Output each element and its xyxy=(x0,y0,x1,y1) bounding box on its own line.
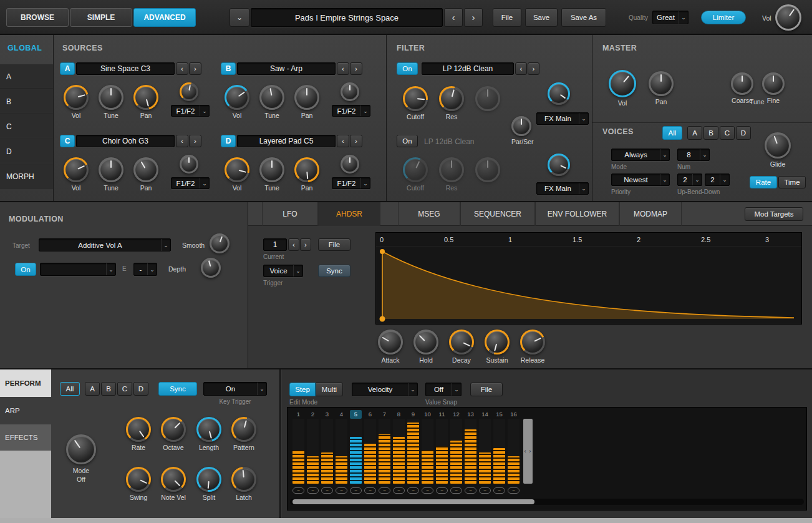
step-column-6[interactable]: 6 xyxy=(364,410,376,484)
step-column-16[interactable]: 16 xyxy=(508,410,520,484)
master-pan-knob[interactable]: Pan xyxy=(649,71,674,105)
tie-toggle[interactable]: ~ xyxy=(379,487,390,494)
step-bar-track[interactable] xyxy=(393,419,405,484)
source-d-vol-knob[interactable]: Vol xyxy=(225,157,249,192)
step-bar-track[interactable] xyxy=(307,419,319,484)
seq-param-select[interactable]: Velocity⌄ xyxy=(352,383,418,396)
arp-pattern-knob[interactable]: Pattern xyxy=(231,417,256,451)
save-button[interactable]: Save xyxy=(525,8,558,27)
step-column-4[interactable]: 4 xyxy=(336,410,347,484)
advanced-button[interactable]: ADVANCED xyxy=(133,8,196,27)
tie-toggle[interactable]: ~ xyxy=(292,487,304,494)
source-d-tune-knob[interactable]: Tune xyxy=(259,157,284,192)
depth-knob[interactable] xyxy=(201,258,221,278)
filter1-next-button[interactable]: › xyxy=(528,62,539,75)
filter2-res-knob[interactable]: Res xyxy=(439,157,464,192)
step-bar-track[interactable] xyxy=(479,419,491,484)
filter2-cutoff-knob[interactable]: Cutoff xyxy=(403,157,428,192)
step-column-8[interactable]: 8 xyxy=(393,410,405,484)
step-column-13[interactable]: 13 xyxy=(465,410,476,484)
step-bar-track[interactable] xyxy=(379,419,390,484)
step-column-2[interactable]: 2 xyxy=(307,410,319,484)
envelope-display[interactable]: 00.511.522.53 xyxy=(375,232,802,325)
preset-next-button[interactable]: › xyxy=(464,8,483,27)
source-c-prev-button[interactable]: ‹ xyxy=(176,135,188,147)
voices-group-b-button[interactable]: B xyxy=(703,126,718,140)
source-a-vol-knob[interactable]: Vol xyxy=(64,85,89,119)
tie-toggle[interactable]: ~ xyxy=(393,487,405,494)
arp-split-knob[interactable]: Split xyxy=(196,467,221,501)
source-c-filter-mix-knob[interactable] xyxy=(180,155,198,174)
source-b-name-field[interactable]: Saw - Arp xyxy=(237,62,336,75)
tie-toggle[interactable]: ~ xyxy=(422,487,433,494)
edit-mode-multi-button[interactable]: Multi xyxy=(316,383,343,396)
key-trigger-select[interactable]: On⌄ xyxy=(203,382,267,396)
filter2-route-select[interactable]: FX Main⌄ xyxy=(536,182,589,195)
source-a-prev-button[interactable]: ‹ xyxy=(176,62,188,75)
tab-lfo[interactable]: LFO xyxy=(262,202,318,226)
step-column-9[interactable]: 9 xyxy=(407,410,419,484)
step-column-15[interactable]: 15 xyxy=(493,410,505,484)
preset-prev-button[interactable]: ‹ xyxy=(444,8,463,27)
arp-all-button[interactable]: All xyxy=(60,382,80,396)
mod-curve-select[interactable]: -⌄ xyxy=(133,263,157,276)
filter2-type-label[interactable]: LP 12dB Clean xyxy=(424,137,475,146)
tie-toggle[interactable]: ~ xyxy=(479,487,491,494)
step-bar[interactable] xyxy=(336,456,347,484)
source-b-tune-knob[interactable]: Tune xyxy=(259,85,284,119)
arp-latch-knob[interactable]: Latch xyxy=(231,467,256,501)
quality-select[interactable]: Great⌄ xyxy=(652,11,689,24)
source-b-routing-select[interactable]: F1/F2⌄ xyxy=(332,105,370,117)
mod-target-select[interactable]: Additive Vol A⌄ xyxy=(39,238,171,252)
step-bar[interactable] xyxy=(364,444,376,484)
tie-toggle[interactable]: ~ xyxy=(336,487,347,494)
envelope-number-field[interactable]: 1 xyxy=(263,238,287,251)
arp-octave-knob[interactable]: Octave xyxy=(161,417,186,451)
source-a-next-button[interactable]: › xyxy=(189,62,201,75)
source-b-badge[interactable]: B xyxy=(221,62,236,75)
smooth-knob[interactable] xyxy=(210,233,230,253)
step-column-10[interactable]: 10 xyxy=(422,410,433,484)
source-c-next-button[interactable]: › xyxy=(189,135,201,147)
source-c-routing-select[interactable]: F1/F2⌄ xyxy=(171,177,210,189)
tie-toggle[interactable]: ~ xyxy=(307,487,319,494)
tab-mseg[interactable]: MSEG xyxy=(398,202,460,226)
filter1-type-field[interactable]: LP 12dB Clean xyxy=(422,62,514,75)
arp-length-knob[interactable]: Length xyxy=(196,417,221,451)
filter1-on-button[interactable]: On xyxy=(397,62,418,75)
source-d-routing-select[interactable]: F1/F2⌄ xyxy=(332,177,370,189)
step-bar-track[interactable] xyxy=(407,419,419,484)
step-bar[interactable] xyxy=(465,429,476,484)
step-bar-track[interactable] xyxy=(321,419,333,484)
envelope-file-button[interactable]: File xyxy=(318,238,350,251)
step-column-11[interactable]: 11 xyxy=(436,410,448,484)
voices-num-select[interactable]: 8⌄ xyxy=(677,149,710,161)
step-bar-track[interactable] xyxy=(508,419,520,484)
step-bar[interactable] xyxy=(379,434,390,484)
arp-group-a-button[interactable]: A xyxy=(85,382,100,396)
voices-mode-select[interactable]: Always⌄ xyxy=(611,149,670,161)
trigger-select[interactable]: Voice⌄ xyxy=(263,265,303,277)
source-b-vol-knob[interactable]: Vol xyxy=(225,85,249,119)
glide-knob[interactable]: Glide xyxy=(765,132,791,168)
tie-toggle[interactable]: ~ xyxy=(436,487,448,494)
tie-toggle[interactable]: ~ xyxy=(364,487,376,494)
voices-all-button[interactable]: All xyxy=(662,126,682,140)
filter2-output-knob[interactable] xyxy=(548,154,570,176)
arp-group-b-button[interactable]: B xyxy=(101,382,116,396)
voices-priority-select[interactable]: Newest⌄ xyxy=(611,174,670,186)
seq-scrollbar-thumb[interactable] xyxy=(292,499,534,504)
filter1-route-select[interactable]: FX Main⌄ xyxy=(536,112,589,125)
tab-ahdsr[interactable]: AHDSR xyxy=(318,202,380,226)
source-a-filter-mix-knob[interactable] xyxy=(180,82,198,101)
source-b-filter-mix-knob[interactable] xyxy=(341,82,359,101)
source-b-prev-button[interactable]: ‹ xyxy=(337,62,349,75)
source-b-next-button[interactable]: › xyxy=(350,62,362,75)
bend-down-select[interactable]: 2⌄ xyxy=(705,174,730,186)
source-a-badge[interactable]: A xyxy=(60,62,75,75)
step-bar-track[interactable] xyxy=(436,419,448,484)
step-bar[interactable] xyxy=(493,448,505,484)
filter1-output-knob[interactable] xyxy=(548,82,570,105)
arp-group-d-button[interactable]: D xyxy=(133,382,148,396)
source-d-prev-button[interactable]: ‹ xyxy=(337,135,349,147)
